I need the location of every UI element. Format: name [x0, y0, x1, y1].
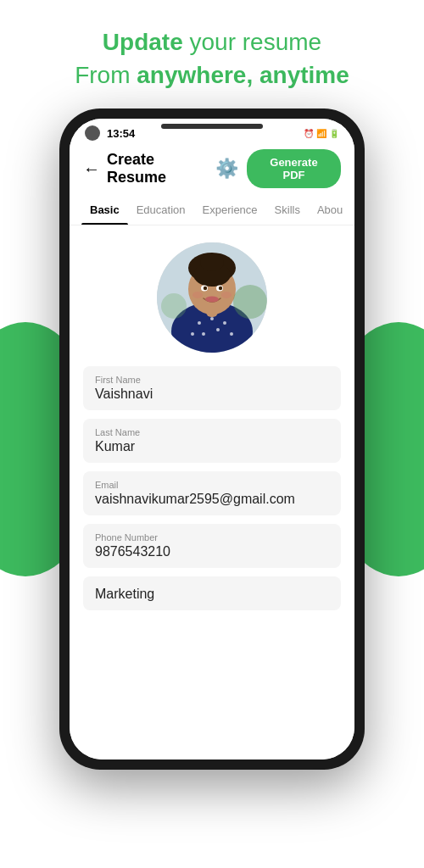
category-value: Marketing	[95, 587, 329, 602]
svg-point-5	[202, 332, 205, 336]
photo-area	[70, 225, 354, 366]
svg-point-3	[210, 317, 214, 320]
svg-point-6	[216, 328, 220, 331]
phone-notch	[161, 124, 263, 129]
svg-point-16	[204, 287, 207, 290]
svg-point-13	[200, 254, 224, 271]
form-area: First Name Vaishnavi Last Name Kumar Ema…	[70, 366, 354, 627]
phone-mockup: 13:54 ⏰ 📶 🔋 ← Create Resume ⚙️ Generate …	[0, 108, 424, 770]
status-left: 13:54	[85, 125, 135, 141]
tab-basic[interactable]: Basic	[81, 195, 128, 225]
tab-experience[interactable]: Experience	[194, 195, 266, 225]
phone-field[interactable]: Phone Number 9876543210	[83, 524, 341, 568]
phone-value: 9876543210	[95, 544, 329, 559]
svg-point-7	[191, 332, 194, 336]
tab-about[interactable]: Abou	[309, 195, 351, 225]
header-line1: Update your resume	[103, 29, 321, 55]
last-name-value: Kumar	[95, 439, 329, 454]
category-field[interactable]: Marketing	[83, 576, 341, 610]
phone-screen: 13:54 ⏰ 📶 🔋 ← Create Resume ⚙️ Generate …	[70, 119, 354, 760]
profile-photo[interactable]	[157, 242, 267, 353]
status-right: ⏰ 📶 🔋	[304, 129, 339, 138]
svg-point-21	[233, 285, 267, 319]
settings-icon[interactable]: ⚙️	[215, 158, 238, 180]
phone-label: Phone Number	[95, 532, 329, 542]
page-title: Create Resume	[107, 151, 215, 186]
email-field[interactable]: Email vaishnavikumar2595@gmail.com	[83, 471, 341, 515]
app-header-left: ← Create Resume	[83, 151, 215, 186]
tab-skills[interactable]: Skills	[266, 195, 309, 225]
status-avatar	[85, 125, 100, 141]
svg-point-19	[192, 292, 203, 298]
phone-body: 13:54 ⏰ 📶 🔋 ← Create Resume ⚙️ Generate …	[59, 108, 365, 770]
svg-point-18	[205, 297, 219, 303]
tab-education[interactable]: Education	[128, 195, 194, 225]
svg-point-22	[161, 293, 187, 319]
email-label: Email	[95, 480, 329, 490]
promo-header: Update your resume From anywhere, anytim…	[0, 0, 424, 108]
svg-point-8	[230, 332, 233, 336]
alarm-icon: ⏰	[304, 129, 314, 138]
header-line2: From anywhere, anytime	[75, 62, 349, 88]
battery-icon: 🔋	[329, 129, 339, 138]
last-name-field[interactable]: Last Name Kumar	[83, 419, 341, 463]
tab-bar: Basic Education Experience Skills Abou	[70, 195, 354, 225]
svg-point-20	[221, 292, 232, 298]
app-header-right: ⚙️ Generate PDF	[215, 149, 341, 188]
first-name-field[interactable]: First Name Vaishnavi	[83, 366, 341, 410]
status-time: 13:54	[107, 127, 135, 140]
first-name-label: First Name	[95, 375, 329, 385]
app-header: ← Create Resume ⚙️ Generate PDF	[70, 144, 354, 195]
signal-icon: 📶	[316, 129, 326, 138]
status-bar: 13:54 ⏰ 📶 🔋	[70, 119, 354, 144]
generate-pdf-button[interactable]: Generate PDF	[247, 149, 341, 188]
first-name-value: Vaishnavi	[95, 387, 329, 402]
svg-point-4	[223, 321, 226, 325]
screen-content: First Name Vaishnavi Last Name Kumar Ema…	[70, 225, 354, 760]
email-value: vaishnavikumar2595@gmail.com	[95, 492, 329, 507]
last-name-label: Last Name	[95, 427, 329, 437]
svg-point-17	[219, 287, 222, 290]
back-button[interactable]: ←	[83, 159, 100, 179]
svg-point-2	[198, 321, 201, 325]
